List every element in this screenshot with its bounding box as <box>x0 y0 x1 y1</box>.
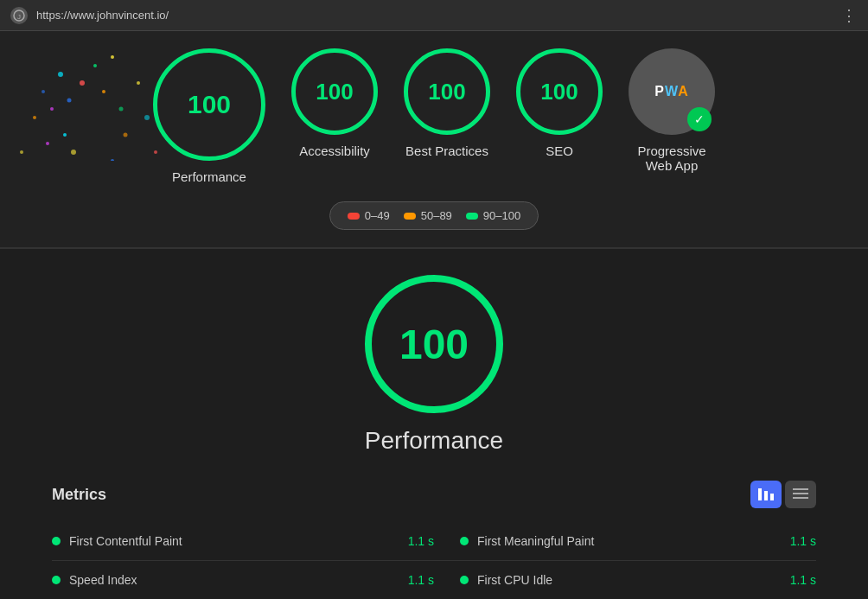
perf-title: Performance <box>365 427 503 455</box>
metric-row-si: Speed Index 1.1 s <box>52 561 434 599</box>
score-item-seo: 100 SEO <box>516 48 603 158</box>
legend-dot-orange <box>404 213 416 220</box>
metric-dot-si <box>52 576 61 584</box>
svg-rect-29 <box>758 488 762 500</box>
performance-label: Performance <box>172 169 246 184</box>
metric-name-fcp: First Contentful Paint <box>69 534 399 548</box>
legend-pill: 0–49 50–89 90–100 <box>329 201 539 230</box>
metric-row-fmp: First Meaningful Paint 1.1 s <box>434 522 816 561</box>
svg-rect-31 <box>770 494 774 500</box>
view-toggle <box>750 481 816 508</box>
site-icon: J <box>10 7 28 24</box>
svg-rect-34 <box>793 497 808 499</box>
metric-dot-fcp <box>52 537 61 545</box>
metric-value-fci: 1.1 s <box>790 573 816 587</box>
toggle-list-button[interactable] <box>785 481 816 508</box>
legend-range-green: 90–100 <box>483 209 520 222</box>
best-practices-label: Best Practices <box>405 143 488 158</box>
metrics-header: Metrics <box>52 481 816 508</box>
legend-dot-red <box>348 213 360 220</box>
top-section: 100 Performance 100 Accessibility 100 Be… <box>0 31 868 249</box>
svg-text:J: J <box>17 13 21 21</box>
legend-item-green: 90–100 <box>466 209 520 222</box>
seo-label: SEO <box>546 143 573 158</box>
legend-row: 0–49 50–89 90–100 <box>0 201 868 230</box>
accessibility-label: Accessibility <box>299 143 370 158</box>
browser-menu-icon[interactable]: ⋮ <box>841 6 858 25</box>
browser-url: https://www.johnvincent.io/ <box>36 9 833 22</box>
legend-dot-green <box>466 213 478 220</box>
legend-item-orange: 50–89 <box>404 209 452 222</box>
metric-name-fci: First CPU Idle <box>477 573 782 587</box>
metric-dot-fmp <box>460 537 469 545</box>
metric-value-fmp: 1.1 s <box>790 534 816 548</box>
score-item-accessibility: 100 Accessibility <box>291 48 378 158</box>
metric-value-fcp: 1.1 s <box>408 534 434 548</box>
accessibility-circle: 100 <box>291 48 378 135</box>
svg-rect-32 <box>793 488 808 490</box>
seo-circle: 100 <box>516 48 603 135</box>
metrics-grid: First Contentful Paint 1.1 s First Meani… <box>52 522 816 599</box>
svg-rect-33 <box>793 493 808 494</box>
score-item-performance: 100 Performance <box>153 48 265 184</box>
pwa-label: Progressive Web App <box>637 143 705 173</box>
perf-large-circle: 100 <box>365 275 503 413</box>
legend-item-red: 0–49 <box>348 209 390 222</box>
pwa-circle: PWA ✓ <box>629 48 715 135</box>
perf-hero: 100 Performance <box>52 275 816 455</box>
score-item-pwa: PWA ✓ Progressive Web App <box>629 48 715 173</box>
metric-value-si: 1.1 s <box>408 573 434 587</box>
metric-dot-fci <box>460 576 469 584</box>
legend-range-red: 0–49 <box>365 209 390 222</box>
metrics-title: Metrics <box>52 486 106 504</box>
toggle-bar-button[interactable] <box>750 481 782 508</box>
performance-circle: 100 <box>153 48 265 161</box>
scores-row: 100 Performance 100 Accessibility 100 Be… <box>0 48 868 184</box>
pwa-text: PWA <box>654 84 688 99</box>
bar-chart-icon <box>758 488 774 500</box>
metric-row-fcp: First Contentful Paint 1.1 s <box>52 522 434 561</box>
main-section: 100 Performance Metrics <box>0 249 868 599</box>
legend-range-orange: 50–89 <box>421 209 452 222</box>
metric-row-fci: First CPU Idle 1.1 s <box>434 561 816 599</box>
list-icon <box>793 488 808 500</box>
svg-rect-30 <box>764 491 768 500</box>
browser-bar: J https://www.johnvincent.io/ ⋮ <box>0 0 868 31</box>
metric-name-fmp: First Meaningful Paint <box>477 534 782 548</box>
best-practices-circle: 100 <box>404 48 490 135</box>
score-item-best-practices: 100 Best Practices <box>404 48 490 158</box>
metric-name-si: Speed Index <box>69 573 399 587</box>
pwa-check-icon: ✓ <box>687 107 712 131</box>
